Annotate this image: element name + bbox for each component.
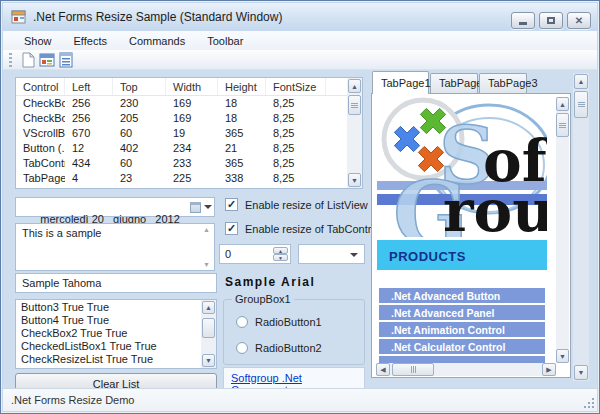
- cell: 60: [113, 126, 166, 141]
- cell: 256: [65, 111, 113, 126]
- checkbox-checked-icon: ✓: [225, 222, 238, 235]
- menu-show[interactable]: Show: [13, 33, 63, 49]
- scroll-up-icon[interactable]: ▲: [202, 301, 215, 314]
- scroll-down-icon[interactable]: ▼: [574, 365, 588, 380]
- date-dropdown-button[interactable]: [186, 200, 212, 214]
- checkbox-enable-listview[interactable]: ✓ Enable resize of ListView: [225, 198, 368, 211]
- cell: 169: [166, 111, 218, 126]
- column-header-left[interactable]: Left: [65, 78, 113, 95]
- close-button[interactable]: ✕: [567, 12, 591, 29]
- column-header-width[interactable]: Width: [166, 78, 218, 95]
- scroll-up-icon[interactable]: ▲: [556, 97, 569, 111]
- maximize-icon: [547, 17, 555, 24]
- cell: 434: [65, 156, 113, 171]
- column-header-top[interactable]: Top: [113, 78, 166, 95]
- checkbox-label: Enable resize of ListView: [245, 199, 368, 211]
- list-item[interactable]: Button3 True True: [21, 301, 216, 314]
- listview-scrollbar[interactable]: ▲ ▼: [347, 78, 362, 188]
- scroll-up-icon[interactable]: ▲: [348, 79, 361, 93]
- list-item[interactable]: CheckBox2 True True: [21, 327, 216, 340]
- scroll-down-icon[interactable]: ▼: [202, 354, 215, 367]
- maximize-button[interactable]: [539, 12, 563, 29]
- window-title: .Net Forms Resize Sample (Standard Windo…: [33, 10, 282, 24]
- standalone-vscrollbar[interactable]: ▲ ▼: [573, 73, 589, 381]
- menu-toolbar[interactable]: Toolbar: [196, 33, 254, 49]
- radio-button1[interactable]: RadioButton1: [236, 316, 322, 328]
- tab-tabpage2[interactable]: TabPage2: [430, 73, 478, 93]
- cell: 4: [65, 171, 113, 186]
- scrollbar-thumb[interactable]: [348, 95, 361, 115]
- groupbox1: GroupBox1 RadioButton1 RadioButton2: [223, 299, 365, 365]
- scrollbar-thumb[interactable]: [392, 363, 434, 376]
- date-picker[interactable]: mercoledì 20 giugno 2012: [15, 197, 215, 217]
- scroll-left-icon[interactable]: ◀: [376, 363, 390, 376]
- scroll-up-icon[interactable]: ▲: [574, 74, 588, 89]
- client-area: Control Left Top Width Height FontSize C…: [3, 70, 597, 388]
- combo-box[interactable]: [298, 244, 365, 264]
- scroll-down-icon[interactable]: ▼: [203, 261, 210, 268]
- resize-grip[interactable]: [584, 398, 594, 408]
- numeric-value: 0: [225, 248, 231, 260]
- menu-effects[interactable]: Effects: [63, 33, 118, 49]
- cell: VScrollB...: [16, 126, 65, 141]
- calendar-icon: [190, 202, 201, 213]
- log-listbox: Button3 True True Button4 True True Chec…: [15, 299, 217, 369]
- product-label: .Net Animation Control: [391, 324, 505, 336]
- app-icon: [11, 9, 27, 25]
- sample-textarea[interactable]: This is a sample ▲ ▼: [15, 223, 215, 271]
- scrollbar-thumb[interactable]: [556, 113, 569, 137]
- menu-bar: Show Effects Commands Toolbar: [3, 31, 597, 50]
- list-view-icon[interactable]: [58, 52, 74, 68]
- list-item[interactable]: CheckResizeList True True: [21, 353, 216, 366]
- form-window-icon[interactable]: [39, 52, 55, 68]
- tabpage1-panel: S oft G roup PRODUCTS .Net Advanced Butt…: [371, 93, 571, 378]
- tahoma-value: Sample Tahoma: [22, 277, 101, 289]
- checkbox-enable-tabcontrol[interactable]: ✓ Enable resize of TabControl: [225, 222, 380, 235]
- table-row[interactable]: TabPage...4232253388,25: [16, 171, 362, 186]
- cell: 169: [166, 96, 218, 111]
- tab-tabpage1[interactable]: TabPage1: [372, 71, 429, 94]
- list-item[interactable]: CheckedListBox1 True True: [21, 340, 216, 353]
- table-row[interactable]: VScrollB...67060193658,25: [16, 126, 362, 141]
- tabpage-vertical-scrollbar[interactable]: ▲ ▼: [556, 97, 569, 363]
- menu-commands[interactable]: Commands: [118, 33, 196, 49]
- status-text: .Net Forms Resize Demo: [11, 394, 134, 406]
- numeric-updown[interactable]: 0 ▲ ▼: [219, 244, 291, 264]
- tabpage-horizontal-scrollbar[interactable]: ◀ ▶: [376, 363, 556, 376]
- thumb-grip: [578, 102, 585, 107]
- product-row: .Net Animation Control: [379, 322, 545, 337]
- scroll-down-icon[interactable]: ▼: [348, 173, 361, 187]
- table-row[interactable]: TabContr...434602333658,25: [16, 156, 362, 171]
- scroll-down-icon[interactable]: ▼: [556, 349, 569, 363]
- toolbar-grip[interactable]: [9, 53, 12, 67]
- tab-tabpage3[interactable]: TabPage3: [479, 73, 527, 93]
- product-label: .Net Calculator Control: [391, 341, 505, 353]
- listbox-scrollbar[interactable]: ▲ ▼: [201, 300, 216, 368]
- product-label: .Net Advanced Button: [391, 290, 500, 302]
- spin-down-icon[interactable]: ▼: [273, 254, 288, 261]
- table-row[interactable]: CheckBo...256205169188,25: [16, 111, 362, 126]
- products-header: PRODUCTS: [377, 240, 547, 270]
- product-row: .Net Advanced Button: [379, 288, 545, 303]
- scroll-up-icon[interactable]: ▲: [203, 226, 210, 233]
- thumb-grip: [559, 123, 566, 128]
- list-item[interactable]: Button4 True True: [21, 314, 216, 327]
- table-row[interactable]: Button (...12402234218,25: [16, 141, 362, 156]
- minimize-button[interactable]: [511, 12, 535, 29]
- thumb-grip: [351, 103, 358, 108]
- arial-sample-label: Sample Arial: [225, 275, 315, 289]
- tahoma-textbox[interactable]: Sample Tahoma: [15, 273, 217, 293]
- cell: 225: [166, 171, 218, 186]
- column-header-height[interactable]: Height: [218, 78, 266, 95]
- scrollbar-thumb[interactable]: [574, 91, 588, 118]
- new-document-icon[interactable]: [20, 52, 36, 68]
- cell: TabPage...: [16, 171, 65, 186]
- radio-button2[interactable]: RadioButton2: [236, 342, 322, 354]
- table-row[interactable]: CheckBo...256230169188,25: [16, 96, 362, 111]
- scrollbar-thumb[interactable]: [202, 318, 215, 338]
- column-header-control[interactable]: Control: [16, 78, 65, 95]
- column-header-fontsize[interactable]: FontSize: [266, 78, 326, 95]
- cell: 365: [218, 126, 266, 141]
- scroll-right-icon[interactable]: ▶: [542, 363, 556, 376]
- spin-up-icon[interactable]: ▲: [273, 247, 288, 254]
